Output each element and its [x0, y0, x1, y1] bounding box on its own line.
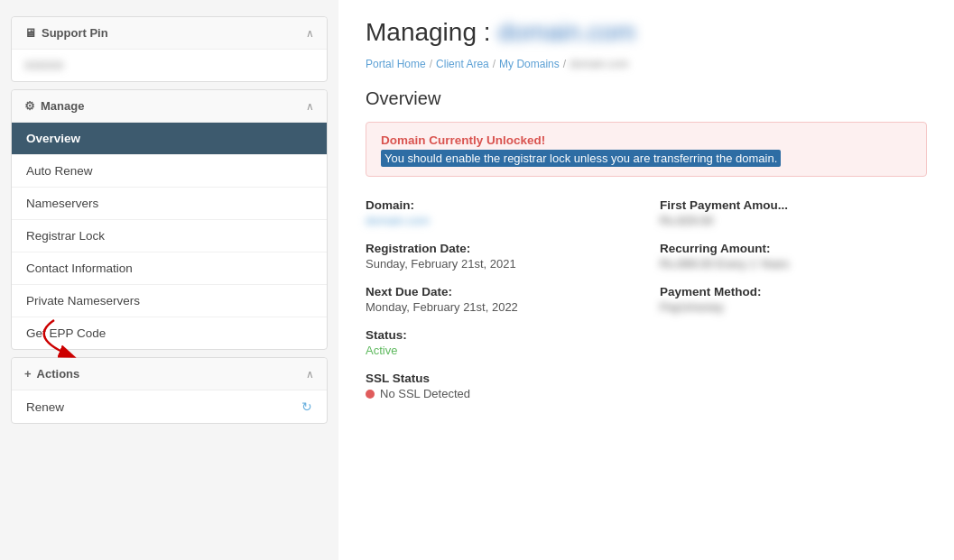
registration-date-label: Registration Date: — [366, 242, 633, 255]
ssl-value: No SSL Detected — [380, 387, 470, 400]
domain-alert: Domain Currently Unlocked! You should en… — [366, 122, 927, 177]
next-due-date-value: Monday, February 21st, 2022 — [366, 300, 633, 314]
domain-value[interactable]: domain.com — [366, 214, 633, 227]
page-title-row: Managing : domain.com — [366, 18, 927, 52]
main-content: Managing : domain.com Portal Home / Clie… — [338, 0, 954, 560]
manage-title: ⚙ Manage — [24, 99, 84, 113]
alert-title: Domain Currently Unlocked! — [381, 133, 912, 147]
breadcrumb-client-area[interactable]: Client Area — [436, 58, 489, 70]
sidebar-item-renew[interactable]: Renew ↻ — [12, 390, 327, 423]
ssl-status: No SSL Detected — [366, 387, 633, 400]
sidebar-item-overview[interactable]: Overview — [12, 123, 327, 155]
payment-method-label: Payment Method: — [660, 285, 927, 298]
next-due-date-label: Next Due Date: — [366, 285, 633, 298]
alert-body: You should enable the registrar lock unl… — [381, 150, 781, 167]
detail-status: Status: Active — [366, 328, 633, 357]
actions-title: + Actions — [24, 367, 79, 381]
detail-domain: Domain: domain.com — [366, 198, 633, 227]
separator-1: / — [430, 58, 432, 70]
detail-registration-date: Registration Date: Sunday, February 21st… — [366, 242, 633, 271]
details-right: First Payment Amou... Rs.829.00 Recurrin… — [660, 198, 927, 415]
manage-card: ⚙ Manage ∧ Overview Auto Renew Nameserve… — [11, 89, 328, 350]
breadcrumb-my-domains[interactable]: My Domains — [499, 58, 560, 70]
renew-icon: ↻ — [301, 399, 312, 414]
support-pin-card: 🖥 Support Pin ∧ XXXXX — [11, 16, 328, 82]
sidebar-item-contact-information[interactable]: Contact Information — [12, 252, 327, 285]
sidebar-item-nameservers[interactable]: Nameservers — [12, 188, 327, 220]
actions-chevron-icon[interactable]: ∧ — [306, 368, 314, 381]
page-title: Managing : domain.com — [366, 18, 635, 47]
support-pin-body: XXXXX — [12, 50, 327, 81]
manage-chevron-icon[interactable]: ∧ — [306, 100, 314, 113]
domain-name: domain.com — [498, 18, 636, 47]
sidebar: 🖥 Support Pin ∧ XXXXX ⚙ Manage ∧ Overvie… — [0, 0, 338, 560]
breadcrumb: Portal Home / Client Area / My Domains /… — [366, 58, 927, 70]
renew-label: Renew — [26, 400, 64, 414]
screen-icon: 🖥 — [24, 26, 36, 40]
ssl-dot-icon — [366, 390, 375, 399]
plus-icon: + — [24, 367, 32, 381]
detail-first-payment: First Payment Amou... Rs.829.00 — [660, 198, 927, 227]
sidebar-item-get-epp-code[interactable]: Get EPP Code — [12, 317, 327, 349]
payment-method-value: PayUmoney — [660, 300, 927, 314]
details-left: Domain: domain.com Registration Date: Su… — [366, 198, 633, 415]
sidebar-item-private-nameservers[interactable]: Private Nameservers — [12, 285, 327, 317]
support-pin-header: 🖥 Support Pin ∧ — [12, 17, 327, 50]
detail-payment-method: Payment Method: PayUmoney — [660, 285, 927, 314]
separator-2: / — [493, 58, 496, 70]
support-pin-title: 🖥 Support Pin — [24, 26, 108, 40]
recurring-amount-label: Recurring Amount: — [660, 242, 927, 255]
registration-date-value: Sunday, February 21st, 2021 — [366, 257, 633, 271]
first-payment-label: First Payment Amou... — [660, 198, 927, 212]
details-grid: Domain: domain.com Registration Date: Su… — [366, 198, 927, 415]
detail-recurring-amount: Recurring Amount: Rs.899.00 Every 1 Year… — [660, 242, 927, 271]
manage-nav-list: Overview Auto Renew Nameservers Registra… — [12, 123, 327, 349]
gear-icon: ⚙ — [24, 99, 35, 113]
separator-3: / — [563, 58, 566, 70]
recurring-amount-value: Rs.899.00 Every 1 Years — [660, 257, 927, 271]
chevron-up-icon[interactable]: ∧ — [306, 27, 314, 40]
actions-header: + Actions ∧ — [12, 358, 327, 390]
domain-label: Domain: — [366, 198, 633, 212]
detail-ssl: SSL Status No SSL Detected — [366, 372, 633, 400]
first-payment-value: Rs.829.00 — [660, 214, 927, 227]
breadcrumb-portal-home[interactable]: Portal Home — [366, 58, 426, 70]
ssl-label: SSL Status — [366, 372, 633, 385]
status-value: Active — [366, 344, 633, 357]
sidebar-item-auto-renew[interactable]: Auto Renew — [12, 155, 327, 188]
sidebar-item-registrar-lock[interactable]: Registrar Lock — [12, 220, 327, 252]
manage-header: ⚙ Manage ∧ — [12, 90, 327, 123]
breadcrumb-current-domain: domain.com — [570, 58, 628, 70]
actions-card: + Actions ∧ Renew ↻ — [11, 357, 328, 424]
detail-next-due-date: Next Due Date: Monday, February 21st, 20… — [366, 285, 633, 314]
status-label: Status: — [366, 328, 633, 342]
overview-section-title: Overview — [366, 88, 927, 109]
